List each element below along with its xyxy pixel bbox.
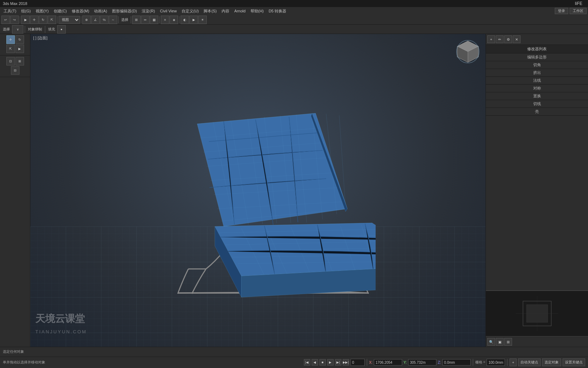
render-button[interactable]: ◐	[181, 16, 189, 24]
menu-customize[interactable]: 自定义(U)	[180, 8, 201, 15]
menu-content[interactable]: 内容	[219, 8, 231, 15]
set-key-btn[interactable]: 设置关键点	[563, 358, 585, 366]
menu-help[interactable]: 帮助(H)	[248, 8, 266, 15]
left-select-btn[interactable]: ▶	[16, 45, 24, 53]
play-stop-btn[interactable]: ■	[319, 359, 326, 366]
preview-svg	[516, 296, 558, 331]
rpanel-edit-btn[interactable]: ✏	[496, 35, 504, 43]
workspace-button[interactable]: 工作区	[570, 8, 587, 14]
viewport-canvas[interactable]: [ ] [边面]	[30, 34, 486, 347]
main-viewport-area[interactable]: [ ] [边面]	[30, 34, 486, 347]
mirror-button[interactable]: ⇔	[141, 16, 149, 24]
menu-view[interactable]: 视图(Y)	[34, 8, 51, 15]
login-area: IiFE	[575, 1, 585, 6]
environment-button[interactable]: ☀	[198, 16, 207, 24]
menu-arnold[interactable]: Arnold	[232, 8, 248, 14]
material-button[interactable]: ◈	[170, 16, 178, 24]
layer-button[interactable]: ≡	[161, 16, 169, 24]
add-time-mark-btn[interactable]: +	[510, 358, 517, 366]
status-bar: 选定任何对象 单并拖动以选择并移动对象 |◀ ◀ ■ ▶ ▶| ▶▶| 0 X:…	[0, 347, 588, 368]
snap-button[interactable]: ⊕	[82, 16, 91, 24]
select-obj-btn[interactable]: 选定对象	[542, 358, 561, 366]
menu-render[interactable]: 渲染(R)	[140, 8, 157, 15]
fill-options[interactable]: ●	[57, 25, 66, 34]
menu-animation[interactable]: 动画(A)	[92, 8, 109, 15]
rotate-button[interactable]: ↻	[39, 16, 47, 24]
rpanel-settings-btn[interactable]: ⚙	[504, 35, 512, 43]
left-tool3[interactable]: ⊟	[11, 66, 19, 75]
sep-status1	[367, 359, 367, 366]
toolbar-top: ↩ ↪ ▶ ✛ ↻ ⇱ 视图 透视 正交 ⊕ ∠ % ∼ 选择 ⊞ ⇔ ▦ ≡ …	[0, 15, 588, 25]
select-button[interactable]: ▶	[21, 16, 30, 24]
left-move-btn[interactable]: ✛	[6, 35, 15, 44]
modifier-normal[interactable]: 法线	[486, 77, 588, 85]
filter-select[interactable]: ∨	[12, 25, 23, 34]
x-label: X:	[369, 361, 372, 364]
auto-keypoint-btn[interactable]: 自动关键点	[518, 358, 541, 366]
frame-number: 0	[351, 359, 365, 366]
viewport-select[interactable]: 视图 透视 正交	[59, 16, 80, 24]
array-button[interactable]: ▦	[150, 16, 158, 24]
sep-status3	[507, 359, 507, 366]
z-value[interactable]: 0.0mm	[442, 359, 471, 366]
menu-d5[interactable]: D5 转换器	[266, 8, 288, 15]
menu-modifier[interactable]: 修改器(M)	[70, 8, 92, 15]
menu-civil[interactable]: Civil View	[158, 8, 179, 14]
viewport-label: [ ] [边面]	[33, 35, 47, 41]
login-button[interactable]: 登录	[555, 8, 568, 14]
select-label2: 选择	[1, 27, 11, 32]
play-end-btn[interactable]: ▶▶|	[343, 359, 349, 366]
play-next-btn[interactable]: ▶|	[335, 359, 341, 366]
play-prev-btn[interactable]: ◀	[312, 359, 318, 366]
align-button[interactable]: ⊞	[132, 16, 141, 24]
rpanel-delete-btn[interactable]: ✕	[513, 35, 521, 43]
rpanel-add-btn[interactable]: +	[487, 35, 495, 43]
modifier-chamfer[interactable]: 切角	[486, 61, 588, 69]
menu-group[interactable]: 组(G)	[19, 8, 33, 15]
separator-1	[20, 16, 20, 23]
menu-graph-editor[interactable]: 图形编辑器(D)	[110, 8, 139, 15]
x-value[interactable]: 1706.2054	[374, 359, 402, 366]
menu-script[interactable]: 脚本(S)	[201, 8, 219, 15]
sep-status2	[473, 359, 473, 366]
modifier-edit-poly[interactable]: 编辑多边形	[486, 53, 588, 61]
nav-cube[interactable]	[455, 39, 480, 64]
modifier-list: 编辑多边形 切角 挤出 法线 对称 置换 切线 壳	[486, 53, 588, 291]
modifier-shell[interactable]: 壳	[486, 108, 588, 116]
rpanel-view2-btn[interactable]: ⊞	[504, 338, 512, 346]
modifier-tangent[interactable]: 切线	[486, 100, 588, 108]
spinner-snap[interactable]: ∼	[109, 16, 117, 24]
redo-button[interactable]: ↪	[10, 16, 19, 24]
modifier-symmetry[interactable]: 对称	[486, 85, 588, 92]
left-tool2[interactable]: ⊞	[16, 57, 24, 65]
menu-create[interactable]: 创建(C)	[52, 8, 69, 15]
rpanel-zoom-btn[interactable]: 🔍	[487, 338, 495, 346]
modifier-extrude[interactable]: 挤出	[486, 69, 588, 77]
menu-bar: 工具(T) 组(G) 视图(Y) 创建(C) 修改器(M) 动画(A) 图形编辑…	[0, 7, 588, 15]
separator-4	[118, 16, 119, 23]
y-value[interactable]: 305.732m	[408, 359, 436, 366]
rpanel-view1-btn[interactable]: ▣	[496, 338, 504, 346]
separator-2	[57, 16, 58, 23]
left-rotate-btn[interactable]: ↻	[16, 35, 24, 44]
menu-tools[interactable]: 工具(T)	[1, 8, 18, 15]
play-start-btn[interactable]: |◀	[304, 359, 310, 366]
title-bar: 3ds Max 2018 IiFE	[0, 0, 588, 7]
angle-snap[interactable]: ∠	[91, 16, 100, 24]
modifier-displace[interactable]: 置换	[486, 92, 588, 100]
play-play-btn[interactable]: ▶	[327, 359, 334, 366]
separator-5	[131, 16, 131, 23]
left-scale-btn[interactable]: ⇱	[6, 45, 15, 53]
undo-button[interactable]: ↩	[1, 16, 10, 24]
modifier-preview	[486, 291, 588, 337]
quick-render[interactable]: ▶	[189, 16, 198, 24]
select-label: 选择	[120, 17, 130, 22]
percent-snap[interactable]: %	[100, 16, 108, 24]
move-button[interactable]: ✛	[30, 16, 39, 24]
rpanel-bottom-toolbar: 🔍 ▣ ⊞	[486, 337, 588, 347]
left-tool1[interactable]: ⊡	[6, 57, 15, 65]
sep-s1	[25, 26, 25, 33]
scale-button[interactable]: ⇱	[48, 16, 56, 24]
right-panel-toolbar: + ✏ ⚙ ✕	[486, 34, 588, 45]
grid-label: 栅格 =	[475, 360, 486, 365]
